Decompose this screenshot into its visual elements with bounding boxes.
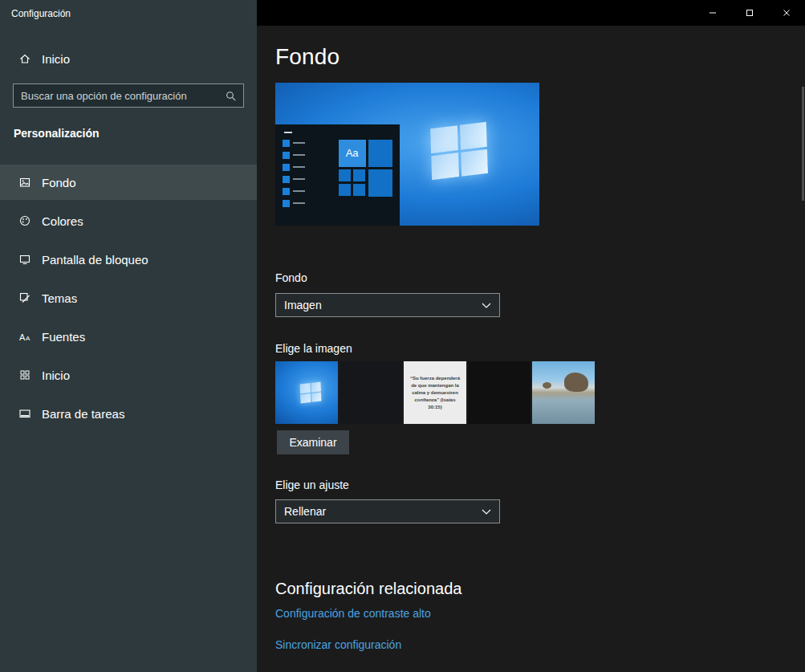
themes-icon	[18, 291, 31, 304]
sidebar-item-label: Colores	[42, 214, 83, 228]
app-label-line	[293, 190, 305, 192]
app-list-row	[283, 188, 305, 195]
scrollbar-thumb[interactable]	[802, 87, 804, 201]
sidebar-item-inicio[interactable]: Inicio	[0, 357, 257, 393]
app-label-line	[293, 178, 305, 180]
sidebar-item-label: Fondo	[42, 176, 76, 189]
sidebar-item-label: Temas	[42, 291, 77, 305]
home-label: Inicio	[42, 52, 70, 66]
windows-logo-pane	[300, 393, 311, 403]
related-settings-title: Configuración relacionada	[275, 580, 461, 598]
app-icon	[283, 200, 290, 207]
search-box	[13, 83, 244, 108]
thumbnail-black-image[interactable]	[468, 361, 531, 424]
app-label-line	[293, 154, 305, 156]
fit-dropdown[interactable]: Rellenar	[275, 499, 500, 523]
quote-text: “Su fuerza dependerá de que mantengan la…	[408, 375, 462, 411]
start-tiles-preview: Aa	[339, 140, 392, 207]
home-icon	[18, 52, 31, 65]
svg-text:A: A	[19, 332, 26, 342]
chevron-down-icon	[482, 509, 491, 515]
lock-screen-icon	[18, 253, 31, 266]
fonts-icon: AA	[18, 330, 31, 343]
app-icon	[283, 176, 290, 183]
sidebar-item-label: Pantalla de bloqueo	[42, 253, 148, 267]
sidebar-nav: Fondo Colores Pantalla de bloqueo Temas …	[0, 165, 257, 434]
sidebar-item-temas[interactable]: Temas	[0, 280, 257, 316]
thumbnail-beach-image[interactable]	[532, 361, 595, 424]
background-preview: Aa	[275, 83, 539, 226]
sidebar-item-pantalla-de-bloqueo[interactable]: Pantalla de bloqueo	[0, 242, 257, 277]
windows-logo-pane	[430, 126, 457, 154]
sync-settings-link[interactable]: Sincronizar configuración	[275, 638, 401, 651]
choose-image-label: Elige la imagen	[275, 342, 352, 355]
search-input[interactable]	[14, 90, 225, 102]
section-header-personalizacion: Personalización	[14, 127, 100, 140]
windows-logo-pane	[311, 391, 322, 401]
search-icon[interactable]	[225, 90, 237, 102]
windows-logo-pane	[461, 149, 488, 177]
image-icon	[18, 176, 31, 189]
app-label-line	[293, 142, 305, 144]
sidebar-item-barra-de-tareas[interactable]: Barra de tareas	[0, 396, 257, 431]
app-icon	[283, 188, 290, 195]
taskbar-icon	[18, 407, 31, 420]
windows-logo-pane	[311, 381, 321, 392]
start-tile	[368, 169, 392, 197]
windows-logo	[430, 122, 488, 181]
settings-window: Configuración Inicio Personalización Fon…	[0, 0, 805, 672]
app-list-row	[283, 200, 305, 207]
main-content: Fondo Aa	[257, 0, 805, 672]
app-icon	[283, 140, 290, 147]
start-tile-small	[339, 184, 351, 196]
windows-logo-pane	[459, 122, 486, 150]
sidebar-item-label: Fuentes	[42, 330, 85, 344]
high-contrast-settings-link[interactable]: Configuración de contraste alto	[275, 607, 431, 620]
start-tile-small	[339, 169, 351, 181]
chevron-down-icon	[482, 303, 491, 308]
start-menu-body: Aa	[283, 140, 392, 207]
svg-text:A: A	[26, 335, 30, 342]
sidebar-item-label: Inicio	[42, 369, 70, 382]
fit-value: Rellenar	[284, 505, 326, 518]
sidebar: Configuración Inicio Personalización Fon…	[0, 0, 257, 672]
image-thumbnails: “Su fuerza dependerá de que mantengan la…	[275, 361, 595, 424]
app-list-preview	[283, 140, 305, 207]
thumbnail-windows-default[interactable]	[275, 361, 338, 424]
windows-logo-pane	[300, 383, 311, 393]
fit-label: Elige un ajuste	[275, 479, 349, 491]
beach-rock-shape	[564, 373, 588, 392]
windows-logo	[300, 381, 322, 403]
app-label-line	[293, 202, 305, 204]
app-icon	[283, 152, 290, 159]
sidebar-item-home[interactable]: Inicio	[0, 43, 257, 75]
start-tile	[368, 140, 392, 167]
aa-font-tile: Aa	[339, 140, 366, 167]
start-menu-preview: Aa	[275, 124, 400, 226]
browse-button[interactable]: Examinar	[277, 430, 349, 454]
hamburger-icon	[284, 132, 292, 133]
thumbnail-quote-image[interactable]: “Su fuerza dependerá de que mantengan la…	[404, 361, 466, 424]
start-tile-group	[339, 169, 366, 197]
page-title: Fondo	[275, 44, 339, 70]
palette-icon	[18, 214, 31, 227]
background-section-label: Fondo	[275, 271, 307, 284]
sidebar-item-fondo[interactable]: Fondo	[0, 165, 257, 200]
thumbnail-dark-image[interactable]	[339, 361, 402, 424]
sidebar-item-colores[interactable]: Colores	[0, 203, 257, 238]
app-list-row	[283, 164, 305, 171]
app-icon	[283, 164, 290, 171]
app-label-line	[293, 166, 305, 168]
background-type-value: Imagen	[284, 299, 322, 312]
app-list-row	[283, 152, 305, 159]
app-list-row	[283, 140, 305, 147]
start-menu-icon	[18, 369, 31, 381]
start-tile-small	[353, 169, 365, 181]
windows-logo-pane	[431, 153, 458, 181]
sidebar-item-fuentes[interactable]: AA Fuentes	[0, 319, 257, 354]
app-list-row	[283, 176, 305, 183]
sidebar-item-label: Barra de tareas	[42, 407, 124, 421]
background-type-dropdown[interactable]: Imagen	[275, 293, 500, 317]
beach-rock-shape	[543, 382, 551, 389]
window-title: Configuración	[11, 8, 71, 19]
